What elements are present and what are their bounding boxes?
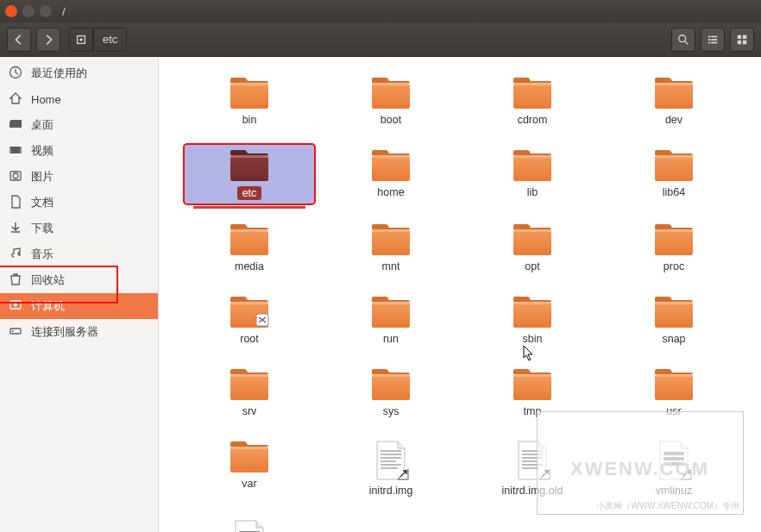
svg-rect-58 bbox=[230, 374, 268, 377]
folder-snap[interactable]: snap bbox=[609, 291, 739, 348]
svg-rect-62 bbox=[513, 374, 551, 377]
folder-proc[interactable]: proc bbox=[609, 219, 739, 276]
item-label: root bbox=[240, 333, 259, 345]
back-button[interactable] bbox=[7, 28, 31, 52]
folder-icon bbox=[653, 367, 695, 402]
svg-rect-56 bbox=[655, 302, 693, 304]
svg-rect-36 bbox=[513, 155, 551, 181]
svg-rect-61 bbox=[513, 374, 551, 400]
sidebar-item-videos[interactable]: 视频 bbox=[0, 138, 158, 164]
svg-point-21 bbox=[14, 303, 17, 306]
folder-root[interactable]: root bbox=[185, 291, 314, 348]
folder-home[interactable]: home bbox=[326, 145, 456, 203]
folder-opt[interactable]: opt bbox=[468, 219, 597, 276]
sidebar-item-downloads[interactable]: 下载 bbox=[0, 216, 158, 241]
svg-point-23 bbox=[12, 330, 14, 332]
view-grid-button[interactable] bbox=[730, 28, 754, 52]
file-grid-pane: binbootcdromdevetchomeliblib64mediamntop… bbox=[159, 57, 761, 532]
videos-icon bbox=[9, 143, 22, 160]
file-bin-icon bbox=[230, 519, 268, 532]
svg-rect-39 bbox=[655, 155, 693, 158]
svg-rect-73 bbox=[522, 450, 543, 452]
close-icon[interactable] bbox=[5, 5, 17, 17]
svg-rect-10 bbox=[738, 34, 741, 38]
folder-lib[interactable]: lib bbox=[468, 145, 597, 203]
folder-boot[interactable]: boot bbox=[326, 72, 456, 129]
item-label: snap bbox=[662, 333, 685, 345]
sidebar-item-desktop[interactable]: 桌面 bbox=[0, 112, 158, 138]
folder-srv[interactable]: srv bbox=[185, 364, 314, 421]
item-label: boot bbox=[380, 114, 401, 126]
svg-rect-71 bbox=[380, 464, 401, 466]
search-button[interactable] bbox=[671, 28, 695, 52]
folder-icon bbox=[653, 148, 695, 183]
svg-rect-31 bbox=[655, 83, 693, 85]
sidebar-item-computer[interactable]: 计算机 bbox=[0, 293, 158, 319]
svg-rect-76 bbox=[522, 460, 538, 462]
svg-rect-37 bbox=[513, 155, 551, 158]
folder-mnt[interactable]: mnt bbox=[326, 219, 456, 276]
sidebar-item-label: 文档 bbox=[31, 195, 53, 210]
svg-rect-49 bbox=[230, 302, 268, 304]
sidebar-item-label: 桌面 bbox=[31, 117, 53, 133]
minimize-icon[interactable] bbox=[22, 5, 35, 17]
svg-rect-68 bbox=[380, 454, 401, 455]
folder-icon bbox=[229, 222, 270, 257]
file-bin-icon bbox=[655, 440, 693, 481]
folder-bin[interactable]: bin bbox=[185, 72, 314, 129]
sidebar-item-pictures[interactable]: 图片 bbox=[0, 164, 158, 190]
folder-sbin[interactable]: sbin bbox=[468, 291, 597, 348]
item-label: media bbox=[235, 260, 264, 272]
folder-var[interactable]: var bbox=[185, 436, 314, 500]
forward-button[interactable] bbox=[36, 28, 60, 52]
folder-dev[interactable]: dev bbox=[609, 72, 739, 129]
file-initrd-img[interactable]: initrd.img bbox=[326, 436, 456, 500]
item-label: srv bbox=[242, 405, 257, 417]
svg-rect-80 bbox=[664, 457, 684, 460]
svg-rect-60 bbox=[372, 374, 410, 377]
folder-run[interactable]: run bbox=[326, 291, 456, 348]
item-label: dev bbox=[665, 114, 682, 126]
svg-rect-77 bbox=[522, 464, 543, 466]
item-label: run bbox=[383, 333, 399, 345]
trash-icon bbox=[9, 272, 22, 289]
svg-rect-5 bbox=[711, 35, 717, 37]
item-label: etc bbox=[237, 186, 262, 200]
svg-rect-29 bbox=[513, 83, 551, 85]
folder-icon bbox=[370, 295, 412, 329]
desktop-icon bbox=[9, 117, 22, 134]
view-list-button[interactable] bbox=[701, 28, 725, 52]
maximize-icon[interactable] bbox=[40, 5, 52, 17]
breadcrumb-item-etc[interactable]: etc bbox=[93, 28, 127, 52]
folder-icon bbox=[229, 76, 270, 110]
svg-rect-4 bbox=[708, 35, 711, 37]
file-vmlinuz-old[interactable]: vmlinuz.old bbox=[185, 516, 314, 532]
item-label: usr bbox=[666, 405, 681, 417]
sidebar-item-home[interactable]: Home bbox=[0, 86, 158, 112]
folder-etc[interactable]: etc bbox=[185, 145, 314, 203]
sidebar-item-documents[interactable]: 文档 bbox=[0, 190, 158, 216]
folder-cdrom[interactable]: cdrom bbox=[468, 72, 597, 129]
folder-icon bbox=[512, 148, 553, 183]
folder-lib64[interactable]: lib64 bbox=[609, 145, 739, 203]
folder-usr[interactable]: usr bbox=[609, 364, 739, 421]
sidebar-item-music[interactable]: 音乐 bbox=[0, 241, 158, 267]
svg-rect-40 bbox=[230, 229, 268, 255]
folder-media[interactable]: media bbox=[185, 219, 314, 276]
sidebar-item-recent[interactable]: 最近使用的 bbox=[0, 60, 158, 86]
file-vmlinuz[interactable]: vmlinuz bbox=[609, 436, 739, 500]
svg-rect-51 bbox=[372, 302, 410, 328]
sidebar-item-trash[interactable]: 回收站 bbox=[0, 267, 158, 293]
folder-sys[interactable]: sys bbox=[326, 364, 456, 421]
file-initrd-img-old[interactable]: initrd.img.old bbox=[468, 436, 597, 500]
folder-tmp[interactable]: tmp bbox=[468, 364, 597, 421]
breadcrumb-root-button[interactable] bbox=[69, 28, 93, 52]
svg-line-3 bbox=[685, 41, 689, 44]
svg-rect-30 bbox=[655, 83, 693, 109]
sidebar-item-connect[interactable]: 连接到服务器 bbox=[0, 319, 158, 345]
item-label: tmp bbox=[524, 405, 542, 417]
svg-rect-12 bbox=[738, 40, 741, 43]
breadcrumb: etc bbox=[69, 28, 127, 52]
sidebar-item-label: 视频 bbox=[31, 143, 53, 159]
svg-rect-63 bbox=[655, 374, 693, 400]
